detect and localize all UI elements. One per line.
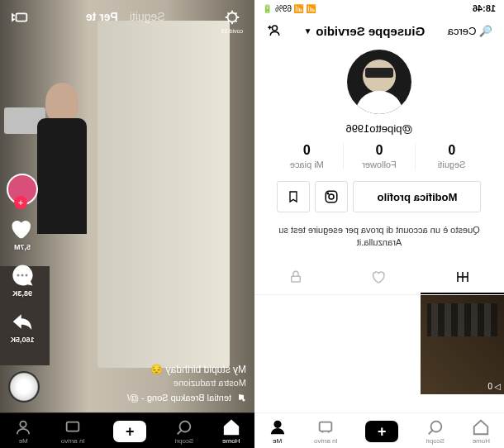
nav-discover[interactable]: Scopri [175, 418, 194, 445]
svg-point-2 [330, 194, 335, 199]
comment-button[interactable]: 98,3K [10, 263, 35, 298]
live-button[interactable] [12, 8, 30, 30]
nav-home[interactable]: Home [472, 418, 490, 445]
status-icons: 📶📶69%🔋 [263, 4, 316, 13]
stat-following[interactable]: 0 Seguiti [415, 143, 487, 169]
share-button[interactable]: 160,5K [10, 309, 35, 344]
avatar[interactable] [347, 50, 411, 114]
svg-point-12 [17, 274, 20, 277]
svg-point-5 [430, 422, 441, 432]
profile-name: Giuseppe Servidio [316, 24, 425, 38]
nav-create[interactable]: + [113, 421, 146, 442]
music-disc[interactable] [8, 371, 40, 403]
nav-inbox[interactable]: In arrivo [61, 418, 85, 445]
instagram-button[interactable] [316, 181, 349, 212]
follow-plus-icon[interactable]: + [14, 196, 27, 209]
status-bar: 18:46 📶📶69%🔋 [254, 0, 504, 17]
svg-point-7 [274, 422, 280, 427]
tab-liked[interactable] [338, 261, 421, 294]
profile-name-dropdown[interactable]: Giuseppe Servidio ▼ [304, 24, 426, 38]
bio-text: Questo è un account di prova per eseguir… [254, 212, 504, 261]
svg-point-0 [273, 26, 278, 31]
svg-rect-9 [17, 13, 27, 21]
stat-followers[interactable]: 0 Follower [343, 143, 416, 169]
nav-inbox[interactable]: In arrivo [314, 418, 338, 445]
svg-point-13 [179, 422, 190, 432]
view-count: ▷ 0 [487, 382, 501, 391]
nav-create[interactable]: + [365, 421, 398, 442]
chevron-down-icon: ▼ [304, 26, 312, 36]
stat-likes[interactable]: 0 Mi piace [271, 143, 343, 169]
svg-point-3 [328, 193, 330, 194]
username-handle: @pipetto1996 [254, 119, 504, 143]
svg-point-10 [26, 274, 28, 277]
nav-home[interactable]: Home [222, 418, 240, 445]
translate-button[interactable]: Mostra traduzione [54, 378, 246, 388]
covid-info-button[interactable]: covid-19 [221, 8, 243, 34]
add-person-button[interactable] [266, 23, 281, 38]
search-button[interactable]: 🔍 Cerca [448, 25, 492, 37]
feed-tab-following[interactable]: Seguiti [130, 10, 165, 23]
svg-rect-14 [67, 422, 79, 431]
video-thumbnail[interactable]: ▷ 0 [421, 295, 504, 394]
music-info[interactable]: tential Breakup Song - @/ [54, 393, 246, 403]
bookmark-button[interactable] [278, 181, 311, 212]
video-caption: My stupid birthday 😔 [54, 364, 246, 375]
nav-me[interactable]: Me [14, 418, 32, 445]
svg-rect-4 [292, 276, 301, 282]
creator-avatar[interactable]: + [7, 174, 38, 205]
status-time: 18:46 [473, 3, 496, 13]
svg-point-15 [21, 422, 26, 427]
tab-private[interactable] [254, 261, 338, 294]
svg-point-11 [21, 274, 24, 277]
svg-rect-6 [320, 422, 332, 431]
like-button[interactable]: 5,7M [10, 217, 35, 251]
tab-videos[interactable] [421, 261, 504, 294]
feed-tab-foryou[interactable]: Per te [86, 10, 118, 23]
nav-me[interactable]: Me [269, 418, 287, 445]
nav-discover[interactable]: Scopri [426, 418, 445, 445]
edit-profile-button[interactable]: Modifica profilo [354, 181, 482, 212]
